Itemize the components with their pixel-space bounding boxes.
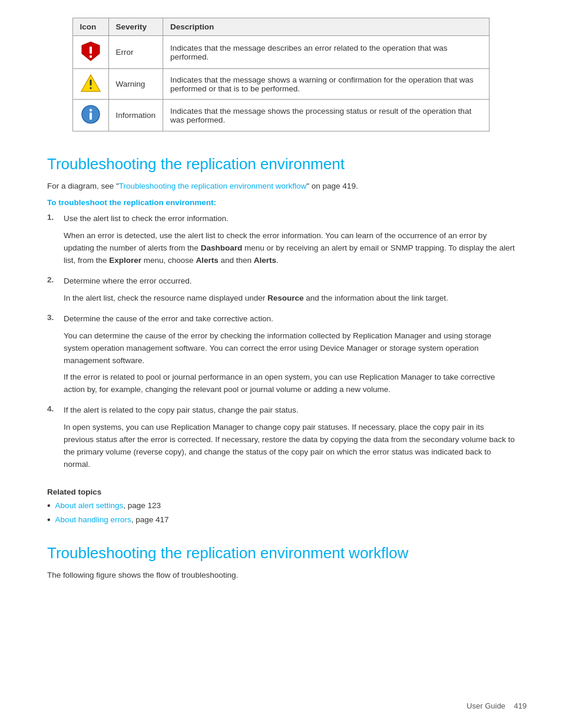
step-4-detail: In open systems, you can use Replication… [64,421,515,471]
info-description: Indicates that the message shows the pro… [163,100,490,131]
step-3-main: Determine the cause of the error and tak… [64,313,515,325]
table-row: Error Indicates that the message describ… [72,36,490,69]
bold-alerts-2: Alerts [254,256,276,265]
svg-rect-8 [90,113,92,120]
step-3-detail-1: You can determine the cause of the error… [64,330,515,367]
related-page-1: , page 123 [123,501,161,510]
related-page-2: , page 417 [131,515,169,524]
bullet-dot-2: • [47,514,51,526]
related-link-alert-settings[interactable]: About alert settings [55,501,124,510]
table-header-icon: Icon [72,18,108,36]
step-2-main: Determine where the error occurred. [64,275,515,288]
warning-icon [80,74,101,93]
table-header-severity: Severity [108,18,163,36]
step-number-3: 3. [47,313,61,322]
related-topics-title: Related topics [47,487,515,496]
intro-page-ref: on page 419. [312,182,358,190]
related-topic-text-1: About alert settings, page 123 [55,500,161,512]
step-3-detail-2: If the error is related to pool or journ… [64,371,515,396]
step-number-1: 1. [47,213,61,222]
info-icon-cell [72,100,108,131]
error-severity: Error [108,36,163,69]
step-4-main: If the alert is related to the copy pair… [64,404,515,417]
page-footer: User Guide 419 [467,701,527,710]
table-row: Warning Indicates that the message shows… [72,69,490,100]
warning-severity: Warning [108,69,163,100]
svg-rect-2 [90,55,92,58]
step-2: 2. Determine where the error occurred. I… [47,275,515,309]
troubleshoot-subtitle: To troubleshoot the replication environm… [47,198,515,207]
bold-explorer: Explorer [109,256,141,265]
step-number-2: 2. [47,275,61,284]
info-icon [81,104,101,124]
intro-link[interactable]: Troubleshooting the replication environm… [119,182,306,190]
section-troubleshooting: Troubleshooting the replication environm… [35,155,527,581]
bold-alerts-1: Alerts [196,256,218,265]
step-4: 4. If the alert is related to the copy p… [47,404,515,476]
step-2-detail: In the alert list, check the resource na… [64,292,515,305]
intro-paragraph: For a diagram, see "Troubleshooting the … [47,180,515,192]
step-1: 1. Use the alert list to check the error… [47,213,515,272]
step-2-content: Determine where the error occurred. In t… [64,275,515,309]
workflow-intro: The following figure shows the flow of t… [47,569,515,581]
svg-rect-1 [90,47,92,54]
steps-list: 1. Use the alert list to check the error… [47,213,515,476]
related-link-handling-errors[interactable]: About handling errors [55,515,131,524]
related-topics-list: • About alert settings, page 123 • About… [47,500,515,526]
svg-rect-7 [90,109,92,111]
related-topic-item-1: • About alert settings, page 123 [47,500,515,512]
bold-dashboard: Dashboard [201,243,243,252]
step-number-4: 4. [47,404,61,413]
warning-icon-cell [72,69,108,100]
error-description: Indicates that the message describes an … [163,36,490,69]
step-1-main: Use the alert list to check the error in… [64,213,515,225]
error-icon [81,41,101,62]
footer-page: 419 [514,701,527,710]
related-topics: Related topics • About alert settings, p… [47,487,515,526]
info-severity: Information [108,100,163,131]
related-topic-item-2: • About handling errors, page 417 [47,514,515,526]
bullet-dot-1: • [47,500,51,512]
svg-rect-5 [90,87,91,89]
table-header-description: Description [163,18,490,36]
footer-label: User Guide [467,701,505,710]
step-1-content: Use the alert list to check the error in… [64,213,515,272]
error-icon-cell [72,36,108,69]
svg-rect-4 [90,80,91,85]
severity-table: Icon Severity Description Error Indicate… [72,18,490,131]
step-1-detail: When an error is detected, use the alert… [64,230,515,267]
step-3: 3. Determine the cause of the error and … [47,313,515,401]
warning-description: Indicates that the message shows a warni… [163,69,490,100]
table-row: Information Indicates that the message s… [72,100,490,131]
related-topic-text-2: About handling errors, page 417 [55,514,169,526]
section-title-troubleshooting: Troubleshooting the replication environm… [47,155,515,173]
section-title-workflow: Troubleshooting the replication environm… [47,544,515,562]
step-4-content: If the alert is related to the copy pair… [64,404,515,476]
bold-resource: Resource [267,294,304,302]
step-3-content: Determine the cause of the error and tak… [64,313,515,401]
